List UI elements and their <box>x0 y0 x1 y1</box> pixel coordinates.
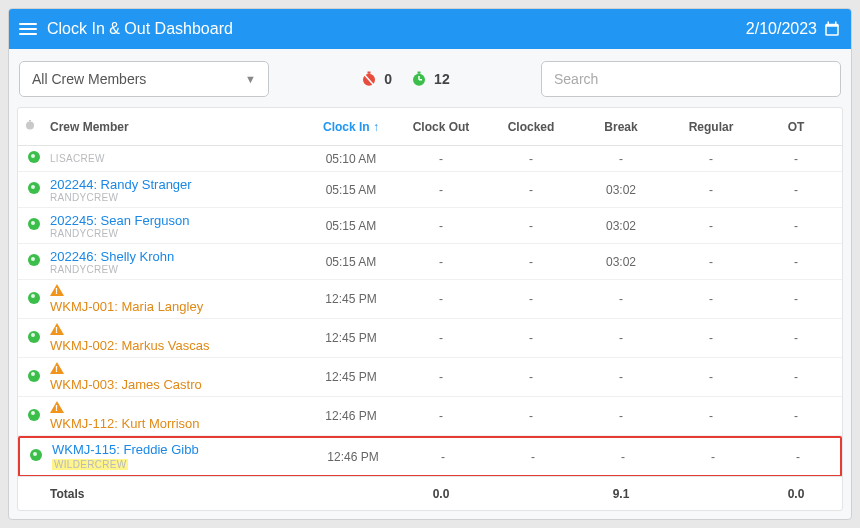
svg-rect-13 <box>29 120 31 122</box>
member-name-link[interactable]: 202244: Randy Stranger <box>50 177 302 192</box>
status-active-icon <box>28 331 40 343</box>
warning-icon <box>50 323 64 335</box>
cell-ot: - <box>756 370 836 384</box>
cell-clock-out: - <box>396 292 486 306</box>
toolbar: All Crew Members ▼ 0 12 <box>9 49 851 107</box>
status-active-icon <box>28 254 40 266</box>
table-row[interactable]: WKMJ-002: Markus Vascas12:45 PM----- <box>18 319 842 358</box>
cell-regular: - <box>666 331 756 345</box>
cell-clock-out: - <box>396 255 486 269</box>
cell-clock-out: - <box>396 152 486 166</box>
clocked-in-count: 12 <box>410 70 450 88</box>
status-active-icon <box>28 218 40 230</box>
in-count-value: 12 <box>434 71 450 87</box>
cell-break: - <box>576 152 666 166</box>
status-cell <box>18 292 46 307</box>
member-name-link[interactable]: WKMJ-003: James Castro <box>50 377 302 392</box>
cell-ot: - <box>756 409 836 423</box>
cell-regular: - <box>666 409 756 423</box>
table-row[interactable]: 202246: Shelly KrohnRANDYCREW05:15 AM--0… <box>18 244 842 280</box>
member-crew-label: WILDERCREW <box>52 459 128 470</box>
cell-ot: - <box>756 331 836 345</box>
status-cell <box>18 331 46 346</box>
member-cell: 202244: Randy StrangerRANDYCREW <box>46 177 306 203</box>
cell-clock-in: 05:15 AM <box>306 183 396 197</box>
totals-label: Totals <box>46 487 306 501</box>
member-crew-label: RANDYCREW <box>50 228 302 239</box>
svg-rect-6 <box>368 72 371 74</box>
col-ot[interactable]: OT <box>756 120 836 134</box>
search-input[interactable] <box>541 61 841 97</box>
col-break[interactable]: Break <box>576 120 666 134</box>
cell-clock-out: - <box>396 219 486 233</box>
col-clock-in[interactable]: Clock In ↑ <box>306 120 396 134</box>
stopwatch-out-icon <box>360 70 378 88</box>
header-date[interactable]: 2/10/2023 <box>746 20 817 38</box>
svg-rect-9 <box>418 72 421 74</box>
totals-break: 9.1 <box>576 487 666 501</box>
cell-break: 03:02 <box>576 219 666 233</box>
cell-clock-in: 12:45 PM <box>306 292 396 306</box>
member-name-link[interactable]: 202246: Shelly Krohn <box>50 249 302 264</box>
cell-ot: - <box>756 219 836 233</box>
cell-regular: - <box>666 219 756 233</box>
member-cell: WKMJ-115: Freddie GibbWILDERCREW <box>48 442 308 471</box>
col-clock-out[interactable]: Clock Out <box>396 120 486 134</box>
cell-clock-out: - <box>396 183 486 197</box>
warning-icon <box>50 284 64 296</box>
col-crew-member[interactable]: Crew Member <box>46 120 306 134</box>
cell-clock-in: 12:46 PM <box>306 409 396 423</box>
table-footer: Totals 0.0 9.1 0.0 <box>18 476 842 510</box>
cell-clock-out: - <box>396 409 486 423</box>
status-cell <box>18 182 46 197</box>
crew-table: Crew Member Clock In ↑ Clock Out Clocked… <box>17 107 843 511</box>
col-clock-in-label: Clock In <box>323 120 370 134</box>
table-row[interactable]: WKMJ-115: Freddie GibbWILDERCREW12:46 PM… <box>18 436 842 476</box>
cell-clock-in: 12:45 PM <box>306 370 396 384</box>
cell-clocked: - <box>486 370 576 384</box>
col-clocked[interactable]: Clocked <box>486 120 576 134</box>
member-crew-label: LISACREW <box>50 153 302 164</box>
cell-ot: - <box>756 152 836 166</box>
app-frame: Clock In & Out Dashboard 2/10/2023 All C… <box>8 8 852 520</box>
member-name-link[interactable]: WKMJ-115: Freddie Gibb <box>52 442 304 457</box>
member-crew-label: RANDYCREW <box>50 192 302 203</box>
status-cell <box>20 449 48 464</box>
totals-clock-out: 0.0 <box>396 487 486 501</box>
member-name-link[interactable]: 202245: Sean Ferguson <box>50 213 302 228</box>
table-body[interactable]: LISACREW05:10 AM-----202244: Randy Stran… <box>18 146 842 476</box>
table-row[interactable]: 202245: Sean FergusonRANDYCREW05:15 AM--… <box>18 208 842 244</box>
warning-icon <box>50 362 64 374</box>
table-row[interactable]: WKMJ-001: Maria Langley12:45 PM----- <box>18 280 842 319</box>
cell-break: 03:02 <box>576 255 666 269</box>
crew-filter-select[interactable]: All Crew Members ▼ <box>19 61 269 97</box>
cell-clocked: - <box>486 152 576 166</box>
col-regular[interactable]: Regular <box>666 120 756 134</box>
cell-clock-in: 12:46 PM <box>308 450 398 464</box>
table-row[interactable]: LISACREW05:10 AM----- <box>18 146 842 172</box>
cell-clocked: - <box>486 255 576 269</box>
status-active-icon <box>30 449 42 461</box>
svg-rect-4 <box>827 27 838 35</box>
chevron-down-icon: ▼ <box>245 73 256 85</box>
member-name-link[interactable]: WKMJ-112: Kurt Morrison <box>50 416 302 431</box>
table-row[interactable]: WKMJ-112: Kurt Morrison12:46 PM----- <box>18 397 842 436</box>
member-cell: 202245: Sean FergusonRANDYCREW <box>46 213 306 239</box>
member-cell: WKMJ-003: James Castro <box>46 362 306 392</box>
status-active-icon <box>28 182 40 194</box>
table-row[interactable]: WKMJ-003: James Castro12:45 PM----- <box>18 358 842 397</box>
svg-rect-3 <box>835 22 837 25</box>
status-active-icon <box>28 370 40 382</box>
member-cell: LISACREW <box>46 153 306 164</box>
cell-clocked: - <box>486 183 576 197</box>
member-name-link[interactable]: WKMJ-001: Maria Langley <box>50 299 302 314</box>
member-name-link[interactable]: WKMJ-002: Markus Vascas <box>50 338 302 353</box>
stopwatch-icon <box>24 119 36 131</box>
cell-regular: - <box>666 255 756 269</box>
hamburger-menu-icon[interactable] <box>19 20 37 38</box>
calendar-icon[interactable] <box>823 20 841 38</box>
member-crew-label: RANDYCREW <box>50 264 302 275</box>
table-row[interactable]: 202244: Randy StrangerRANDYCREW05:15 AM-… <box>18 172 842 208</box>
cell-clock-in: 05:10 AM <box>306 152 396 166</box>
out-count-value: 0 <box>384 71 392 87</box>
